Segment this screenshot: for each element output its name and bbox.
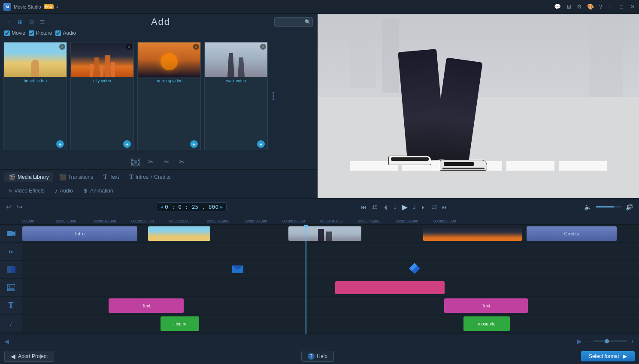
grid-large-view-button[interactable]: ⊟: [27, 17, 36, 27]
movie-filter[interactable]: Movie: [4, 30, 25, 36]
overlay-track-label[interactable]: [0, 261, 22, 278]
frame-fwd-button[interactable]: ⏵: [419, 204, 428, 211]
version-sup: 1: [56, 5, 58, 9]
city-thumbnail: [71, 42, 133, 77]
scroll-right-button[interactable]: ▶: [577, 338, 582, 345]
media-item-walk[interactable]: ✕ walk video +: [204, 42, 268, 150]
image-track-label[interactable]: [0, 279, 22, 296]
media-item-city[interactable]: ✕ city video +: [70, 42, 134, 150]
maximize-button[interactable]: □: [618, 4, 624, 10]
audio-track-row: ♪ t big m mosquito: [0, 315, 639, 333]
tab-animation[interactable]: ❋ Animation: [79, 186, 117, 196]
view-controls: ≡ ⊞ ⊟ ☰: [4, 17, 47, 27]
mute-button[interactable]: 🔈: [582, 204, 593, 211]
tab-video-effects[interactable]: fx Video Effects: [4, 186, 49, 196]
gear-icon[interactable]: ⚙: [577, 3, 582, 10]
close-button[interactable]: ✕: [630, 4, 636, 10]
zoom-handle[interactable]: [605, 339, 609, 343]
transitions-icon: ⬛: [59, 174, 66, 180]
add-walk-button[interactable]: +: [257, 140, 265, 148]
chat-icon[interactable]: 💬: [554, 3, 561, 10]
audio-track-label[interactable]: ♪: [0, 315, 22, 332]
redo-button[interactable]: ↪: [15, 203, 24, 211]
tab-transitions[interactable]: ⬛ Transitions: [55, 172, 97, 182]
seg-city[interactable]: [423, 226, 522, 241]
filmstrip-button[interactable]: [130, 156, 141, 168]
tab-media-library[interactable]: 🎬 Media Library: [4, 172, 53, 182]
tab-intros-credits[interactable]: T Intros + Credits: [125, 172, 175, 182]
tab-text[interactable]: T Text: [99, 172, 123, 182]
seg-audio-1[interactable]: t big m: [161, 316, 199, 331]
frame-back-button[interactable]: ⏴: [381, 204, 391, 211]
picture-checkbox[interactable]: [29, 30, 34, 36]
minimize-button[interactable]: ─: [607, 4, 613, 10]
seg-beach[interactable]: [148, 226, 210, 241]
grid-view-button[interactable]: ⊞: [15, 17, 25, 27]
close-walk-button[interactable]: ✕: [260, 44, 266, 50]
seg-credits[interactable]: Credits: [527, 226, 617, 241]
fast-back-button[interactable]: ⏮: [359, 204, 369, 211]
ruler-mark-3: 00:00:15,000: [131, 219, 154, 223]
zoom-minus-button[interactable]: −: [585, 337, 589, 345]
picture-filter[interactable]: Picture: [29, 30, 52, 36]
scroll-left-button[interactable]: ◀: [4, 338, 9, 345]
help-icon[interactable]: ?: [599, 3, 602, 10]
seg-intro[interactable]: Intro: [22, 226, 137, 241]
video-track-label[interactable]: [0, 225, 22, 242]
ruler-mark-9: 00:00:45,000: [358, 219, 381, 223]
undo-redo: ↩ ↪: [4, 203, 24, 211]
cut-button[interactable]: ✂: [145, 156, 157, 168]
search-input[interactable]: [277, 19, 303, 24]
seg-text-2[interactable]: Text: [444, 298, 528, 313]
undo-button[interactable]: ↩: [4, 203, 13, 211]
split-button[interactable]: ✂: [176, 156, 188, 168]
text-tab-icon: T: [103, 174, 107, 180]
timeline-toolbar: ✂ ✂ ✂: [0, 154, 317, 170]
fast-fwd-button[interactable]: ⏭: [440, 204, 450, 211]
help-button[interactable]: ? Help: [301, 351, 334, 362]
seg-audio-2[interactable]: mosquito: [463, 316, 510, 331]
audio-checkbox[interactable]: [55, 30, 61, 36]
pro-badge: PRO: [44, 4, 54, 9]
seg-text-1[interactable]: Text: [109, 298, 184, 313]
overlay-track-content: [22, 261, 639, 278]
timecode-value: 0 : 0 : 25 , 800: [165, 204, 218, 210]
volume-slider[interactable]: [596, 206, 621, 208]
image-track-content: [22, 279, 639, 296]
media-item-morning[interactable]: ✕ morning video +: [137, 42, 201, 150]
text-track-row: T Text Text: [0, 297, 639, 315]
add-city-button[interactable]: +: [123, 140, 131, 148]
timecode-right-arrow[interactable]: ▶: [220, 205, 223, 209]
close-city-button[interactable]: ✕: [126, 44, 132, 50]
fx-track-label[interactable]: fx: [0, 243, 22, 260]
slow-fwd-label: 1: [413, 205, 415, 210]
zoom-plus-button[interactable]: +: [631, 337, 635, 345]
add-morning-button[interactable]: +: [190, 140, 198, 148]
zoom-slider[interactable]: [593, 340, 627, 342]
timecode-left-arrow[interactable]: ◀: [161, 205, 163, 209]
trim-button[interactable]: ✂: [161, 156, 172, 168]
transition-envelope-marker[interactable]: [232, 262, 244, 274]
seg-pink-image[interactable]: [335, 281, 445, 294]
movie-checkbox[interactable]: [4, 30, 10, 36]
detail-view-button[interactable]: ☰: [38, 17, 47, 27]
add-beach-button[interactable]: +: [56, 140, 64, 148]
transition-diamond-marker[interactable]: [409, 262, 421, 274]
timeline-tracks: Intro: [0, 225, 639, 334]
search-box[interactable]: 🔍: [274, 17, 313, 27]
abort-project-button[interactable]: ◀ Abort Project: [4, 351, 54, 362]
palette-icon[interactable]: 🎨: [587, 3, 594, 10]
media-header-title: Add: [47, 16, 274, 27]
text-track-label[interactable]: T: [0, 297, 22, 314]
play-button[interactable]: ▶: [400, 202, 409, 212]
close-beach-button[interactable]: ✕: [59, 44, 65, 50]
monitor-icon[interactable]: 🖥: [566, 3, 572, 10]
audio-filter[interactable]: Audio: [55, 30, 76, 36]
svg-rect-4: [138, 163, 139, 165]
list-view-button[interactable]: ≡: [4, 17, 14, 27]
close-morning-button[interactable]: ✕: [193, 44, 199, 50]
select-format-button[interactable]: Select format ▶: [581, 351, 635, 361]
media-item-beach[interactable]: ✕ beach video +: [3, 42, 67, 150]
seg-walk[interactable]: [288, 226, 361, 241]
tab-audio[interactable]: ♪ Audio: [51, 186, 77, 196]
